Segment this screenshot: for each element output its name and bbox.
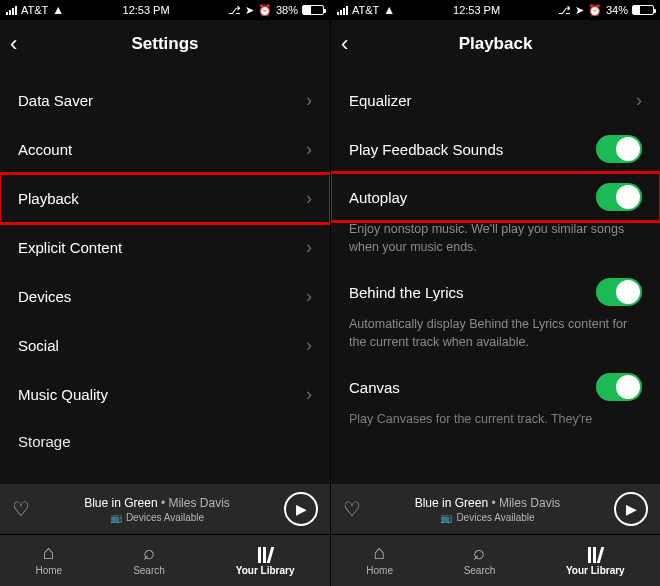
heart-icon[interactable]: ♡	[343, 497, 361, 521]
nav-label: Search	[133, 565, 165, 576]
chevron-right-icon: ›	[306, 139, 312, 160]
row-label: Playback	[18, 190, 79, 207]
row-label: Canvas	[349, 379, 400, 396]
alarm-icon: ⏰	[588, 4, 602, 17]
row-equalizer[interactable]: Equalizer ›	[331, 76, 660, 125]
row-playback[interactable]: Playback ›	[0, 174, 330, 223]
track-artist: Miles Davis	[499, 496, 560, 510]
chevron-right-icon: ›	[306, 384, 312, 405]
heart-icon[interactable]: ♡	[12, 497, 30, 521]
page-title: Playback	[459, 34, 533, 54]
nav-label: Your Library	[236, 565, 295, 576]
toggle-canvas[interactable]	[596, 373, 642, 401]
nav-home[interactable]: ⌂ Home	[366, 541, 393, 576]
wifi-icon: ▲	[52, 3, 64, 17]
track-artist: Miles Davis	[168, 496, 229, 510]
devices-icon: 📺	[110, 512, 122, 523]
battery-icon	[302, 5, 324, 15]
phone-right: AT&T ▲ 12:53 PM ⎇ ➤ ⏰ 34% ‹ Playback Equ…	[330, 0, 660, 586]
mini-player[interactable]: ♡ Blue in Green • Miles Davis 📺Devices A…	[331, 484, 660, 534]
battery-pct: 38%	[276, 4, 298, 16]
autoplay-description: Enjoy nonstop music. We'll play you simi…	[331, 221, 660, 268]
nav-label: Search	[464, 565, 496, 576]
canvas-description: Play Canvases for the current track. The…	[331, 411, 660, 429]
location-icon: ➤	[575, 4, 584, 17]
search-icon: ⌕	[473, 541, 485, 563]
row-autoplay: Autoplay	[331, 173, 660, 221]
nav-library[interactable]: Your Library	[236, 541, 295, 576]
track-separator: •	[158, 496, 169, 510]
row-social[interactable]: Social ›	[0, 321, 330, 370]
row-explicit-content[interactable]: Explicit Content ›	[0, 223, 330, 272]
mini-player-info: Blue in Green • Miles Davis 📺Devices Ava…	[40, 496, 274, 523]
row-music-quality[interactable]: Music Quality ›	[0, 370, 330, 419]
play-button[interactable]: ▶	[614, 492, 648, 526]
chevron-right-icon: ›	[306, 90, 312, 111]
settings-list: Data Saver › Account › Playback › Explic…	[0, 68, 330, 484]
row-account[interactable]: Account ›	[0, 125, 330, 174]
signal-icon	[337, 6, 348, 15]
chevron-right-icon: ›	[306, 286, 312, 307]
back-button[interactable]: ‹	[341, 31, 348, 57]
bottom-nav: ⌂ Home ⌕ Search Your Library	[331, 534, 660, 586]
signal-icon	[6, 6, 17, 15]
nav-library[interactable]: Your Library	[566, 541, 625, 576]
row-data-saver[interactable]: Data Saver ›	[0, 76, 330, 125]
track-title: Blue in Green	[415, 496, 488, 510]
row-label: Play Feedback Sounds	[349, 141, 503, 158]
search-icon: ⌕	[143, 541, 155, 563]
nav-home[interactable]: ⌂ Home	[35, 541, 62, 576]
row-label: Equalizer	[349, 92, 412, 109]
devices-label: Devices Available	[126, 512, 204, 523]
nav-search[interactable]: ⌕ Search	[133, 541, 165, 576]
phone-left: AT&T ▲ 12:53 PM ⎇ ➤ ⏰ 38% ‹ Settings Dat…	[0, 0, 330, 586]
header: ‹ Settings	[0, 20, 330, 68]
carrier-label: AT&T	[352, 4, 379, 16]
track-title: Blue in Green	[84, 496, 157, 510]
row-behind-lyrics: Behind the Lyrics	[331, 268, 660, 316]
nav-label: Home	[366, 565, 393, 576]
row-label: Explicit Content	[18, 239, 122, 256]
status-time: 12:53 PM	[123, 4, 170, 16]
devices-label: Devices Available	[456, 512, 534, 523]
status-bar: AT&T ▲ 12:53 PM ⎇ ➤ ⏰ 38%	[0, 0, 330, 20]
row-label: Storage	[18, 433, 71, 450]
status-bar: AT&T ▲ 12:53 PM ⎇ ➤ ⏰ 34%	[331, 0, 660, 20]
row-storage[interactable]: Storage	[0, 419, 330, 450]
library-icon	[258, 541, 272, 563]
row-label: Account	[18, 141, 72, 158]
alarm-icon: ⏰	[258, 4, 272, 17]
chevron-right-icon: ›	[306, 188, 312, 209]
playback-list: Equalizer › Play Feedback Sounds Autopla…	[331, 68, 660, 484]
track-separator: •	[488, 496, 499, 510]
row-label: Music Quality	[18, 386, 108, 403]
chevron-right-icon: ›	[636, 90, 642, 111]
nav-label: Home	[35, 565, 62, 576]
mini-player[interactable]: ♡ Blue in Green • Miles Davis 📺Devices A…	[0, 484, 330, 534]
row-devices[interactable]: Devices ›	[0, 272, 330, 321]
mini-player-info: Blue in Green • Miles Davis 📺Devices Ava…	[371, 496, 604, 523]
nav-search[interactable]: ⌕ Search	[464, 541, 496, 576]
home-icon: ⌂	[374, 541, 386, 563]
carrier-label: AT&T	[21, 4, 48, 16]
row-play-feedback-sounds: Play Feedback Sounds	[331, 125, 660, 173]
chevron-right-icon: ›	[306, 237, 312, 258]
home-icon: ⌂	[43, 541, 55, 563]
row-label: Social	[18, 337, 59, 354]
status-time: 12:53 PM	[453, 4, 500, 16]
location-icon: ➤	[245, 4, 254, 17]
lyrics-description: Automatically display Behind the Lyrics …	[331, 316, 660, 363]
play-button[interactable]: ▶	[284, 492, 318, 526]
battery-pct: 34%	[606, 4, 628, 16]
row-label: Data Saver	[18, 92, 93, 109]
chevron-right-icon: ›	[306, 335, 312, 356]
row-label: Autoplay	[349, 189, 407, 206]
battery-icon	[632, 5, 654, 15]
row-canvas: Canvas	[331, 363, 660, 411]
toggle-play-feedback-sounds[interactable]	[596, 135, 642, 163]
toggle-behind-lyrics[interactable]	[596, 278, 642, 306]
page-title: Settings	[131, 34, 198, 54]
toggle-autoplay[interactable]	[596, 183, 642, 211]
back-button[interactable]: ‹	[10, 31, 17, 57]
nav-label: Your Library	[566, 565, 625, 576]
